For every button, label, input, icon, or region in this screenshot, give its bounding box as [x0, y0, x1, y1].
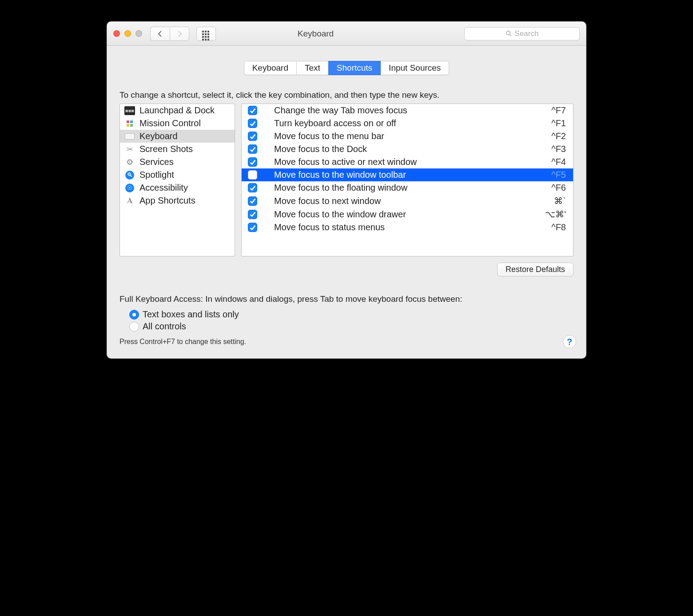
- svg-line-1: [510, 34, 511, 36]
- accessibility-icon: ☉: [124, 184, 135, 192]
- tab-input-sources[interactable]: Input Sources: [380, 61, 449, 75]
- screenshot-icon: ✂︎: [124, 145, 135, 154]
- launchpad-icon: ■■■: [124, 106, 135, 115]
- shortcut-keys[interactable]: ^F7: [551, 105, 569, 116]
- shortcut-row[interactable]: Move focus to the window drawer⌥⌘': [242, 208, 573, 221]
- shortcut-keys[interactable]: ^F5: [551, 170, 569, 180]
- shortcut-keys[interactable]: ^F2: [551, 131, 569, 141]
- shortcut-checkbox[interactable]: [248, 144, 257, 154]
- shortcut-row[interactable]: Move focus to the menu bar^F2: [242, 130, 573, 143]
- radio-button[interactable]: [129, 310, 139, 320]
- svg-point-0: [506, 31, 510, 35]
- category-row-launchpad-dock[interactable]: ■■■Launchpad & Dock: [120, 104, 235, 117]
- shortcut-keys[interactable]: ^F3: [551, 144, 569, 154]
- shortcut-label: Move focus to the menu bar: [264, 131, 544, 141]
- shortcut-label: Move focus to status menus: [264, 222, 544, 232]
- shortcut-checkbox[interactable]: [248, 170, 257, 180]
- category-label: Launchpad & Dock: [139, 105, 215, 116]
- restore-row: Restore Defaults: [119, 263, 574, 276]
- back-button[interactable]: [150, 27, 170, 41]
- search-field[interactable]: Search: [464, 27, 580, 40]
- window-title: Keyboard: [171, 29, 460, 39]
- body: KeyboardTextShortcutsInput Sources To ch…: [107, 46, 586, 358]
- shortcut-keys[interactable]: ⌥⌘': [545, 209, 569, 220]
- shortcut-row[interactable]: Move focus to the floating window^F6: [242, 181, 573, 194]
- gear-icon: ⚙︎: [124, 158, 135, 167]
- shortcut-row[interactable]: Change the way Tab moves focus^F7: [242, 104, 573, 117]
- shortcut-label: Move focus to next window: [264, 196, 547, 206]
- shortcut-checkbox[interactable]: [248, 183, 257, 192]
- category-row-accessibility[interactable]: ☉Accessibility: [120, 181, 235, 194]
- restore-defaults-button[interactable]: Restore Defaults: [497, 263, 574, 276]
- shortcut-keys[interactable]: ⌘`: [554, 196, 569, 206]
- category-label: Services: [139, 157, 174, 167]
- shortcut-label: Move focus to active or next window: [264, 157, 544, 167]
- shortcut-keys[interactable]: ^F4: [551, 157, 569, 167]
- shortcut-label: Change the way Tab moves focus: [264, 105, 544, 116]
- instructions-text: To change a shortcut, select it, click t…: [119, 90, 574, 100]
- shortcut-label: Move focus to the window drawer: [264, 209, 538, 220]
- shortcut-checkbox[interactable]: [248, 106, 257, 115]
- spotlight-icon: 🔍︎: [124, 171, 135, 180]
- shortcut-list[interactable]: Change the way Tab moves focus^F7Turn ke…: [241, 104, 574, 256]
- mission-control-icon: [124, 119, 135, 128]
- fka-option-label: All controls: [143, 321, 186, 332]
- help-button[interactable]: ?: [563, 335, 576, 348]
- shortcut-label: Move focus to the Dock: [264, 144, 544, 154]
- category-list[interactable]: ■■■Launchpad & DockMission ControlKeyboa…: [119, 104, 235, 256]
- category-label: Mission Control: [139, 118, 201, 128]
- tab-text[interactable]: Text: [296, 61, 328, 75]
- panes: ■■■Launchpad & DockMission ControlKeyboa…: [119, 104, 574, 256]
- shortcut-checkbox[interactable]: [248, 132, 257, 141]
- shortcut-row[interactable]: Move focus to active or next window^F4: [242, 156, 573, 168]
- preferences-window: Keyboard Search KeyboardTextShortcutsInp…: [107, 21, 586, 359]
- shortcut-keys[interactable]: ^F6: [551, 183, 569, 193]
- category-row-screen-shots[interactable]: ✂︎Screen Shots: [120, 143, 235, 156]
- fka-option[interactable]: All controls: [129, 321, 574, 332]
- fka-hint: Press Control+F7 to change this setting.: [119, 338, 574, 346]
- category-label: Spotlight: [139, 170, 174, 180]
- category-label: App Shortcuts: [139, 196, 195, 206]
- tab-bar: KeyboardTextShortcutsInput Sources: [119, 61, 574, 75]
- close-button[interactable]: [113, 30, 120, 37]
- shortcut-row[interactable]: Move focus to the Dock^F3: [242, 143, 573, 156]
- tab-keyboard[interactable]: Keyboard: [244, 61, 296, 75]
- shortcut-label: Turn keyboard access on or off: [264, 118, 544, 128]
- shortcut-label: Move focus to the floating window: [264, 183, 544, 193]
- category-row-spotlight[interactable]: 🔍︎Spotlight: [120, 168, 235, 181]
- search-icon: [506, 30, 512, 37]
- shortcut-checkbox[interactable]: [248, 196, 257, 206]
- shortcut-row[interactable]: Move focus to the window toolbar^F5: [242, 168, 573, 181]
- shortcut-row[interactable]: Move focus to status menus^F8: [242, 221, 573, 234]
- shortcut-checkbox[interactable]: [248, 210, 257, 219]
- chevron-left-icon: [158, 31, 163, 37]
- category-label: Screen Shots: [139, 144, 193, 154]
- shortcut-checkbox[interactable]: [248, 223, 257, 232]
- full-keyboard-access-section: Full Keyboard Access: In windows and dia…: [119, 294, 574, 346]
- radio-button[interactable]: [129, 322, 139, 332]
- category-row-app-shortcuts[interactable]: 𝐀App Shortcuts: [120, 194, 235, 207]
- shortcut-keys[interactable]: ^F1: [551, 118, 569, 128]
- app-shortcuts-icon: 𝐀: [124, 196, 135, 205]
- shortcut-checkbox[interactable]: [248, 157, 257, 167]
- zoom-button[interactable]: [135, 30, 142, 37]
- category-row-mission-control[interactable]: Mission Control: [120, 117, 235, 130]
- category-row-services[interactable]: ⚙︎Services: [120, 156, 235, 168]
- search-placeholder: Search: [515, 29, 539, 38]
- fka-option-label: Text boxes and lists only: [143, 309, 239, 320]
- shortcut-checkbox[interactable]: [248, 119, 257, 128]
- fka-title: Full Keyboard Access: In windows and dia…: [119, 294, 574, 304]
- fka-option[interactable]: Text boxes and lists only: [129, 309, 574, 320]
- shortcut-row[interactable]: Turn keyboard access on or off^F1: [242, 117, 573, 130]
- shortcut-label: Move focus to the window toolbar: [264, 170, 544, 180]
- minimize-button[interactable]: [124, 30, 131, 37]
- shortcut-keys[interactable]: ^F8: [551, 222, 569, 232]
- category-label: Accessibility: [139, 183, 188, 193]
- titlebar: Keyboard Search: [107, 22, 586, 46]
- category-row-keyboard[interactable]: Keyboard: [120, 130, 235, 143]
- shortcut-row[interactable]: Move focus to next window⌘`: [242, 194, 573, 208]
- category-label: Keyboard: [139, 131, 178, 141]
- tab-shortcuts[interactable]: Shortcuts: [328, 61, 380, 75]
- window-controls: [113, 30, 142, 37]
- keyboard-icon: [124, 132, 135, 141]
